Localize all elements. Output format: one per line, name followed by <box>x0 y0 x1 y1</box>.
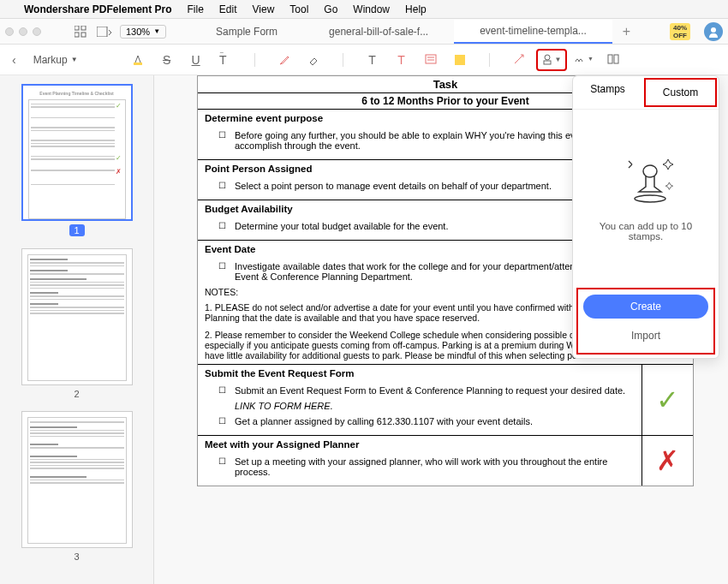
text-box-tool-icon[interactable]: T <box>390 50 414 70</box>
svg-rect-3 <box>81 33 86 37</box>
menu-file[interactable]: File <box>188 3 204 15</box>
svg-rect-7 <box>426 55 436 63</box>
checkbox-icon: ☐ <box>218 130 226 151</box>
stamp-tool-button[interactable]: ▼ <box>536 49 567 71</box>
row-title: Meet with your Assigned Planner <box>205 439 635 450</box>
checkbox-icon: ☐ <box>218 456 226 477</box>
signature-tool-icon[interactable]: ▼ <box>572 49 596 69</box>
menu-tool[interactable]: Tool <box>289 3 308 15</box>
link-text: LINK TO FORM HERE. <box>235 401 333 411</box>
svg-rect-14 <box>608 55 612 63</box>
panel-tab-stamps[interactable]: Stamps <box>573 76 642 109</box>
import-button[interactable]: Import <box>583 324 708 348</box>
svg-point-12 <box>545 55 550 60</box>
text-tool-icon[interactable]: T <box>361 50 385 70</box>
new-tab-button[interactable]: + <box>612 24 641 39</box>
tab-sample-form[interactable]: Sample Form <box>190 21 303 43</box>
thumbnail-sidebar: Event Planning Timeline & Checklist ✓ ✓ … <box>0 75 154 584</box>
row-text: Submit an Event Request Form to Event & … <box>235 385 625 396</box>
window-controls[interactable] <box>5 27 41 36</box>
svg-rect-6 <box>134 63 142 65</box>
back-icon[interactable]: ‹ <box>12 53 16 67</box>
menu-go[interactable]: Go <box>324 3 337 15</box>
callout-tool-icon[interactable] <box>419 50 443 70</box>
svg-rect-13 <box>544 61 551 64</box>
svg-rect-2 <box>75 33 79 37</box>
svg-rect-10 <box>455 55 465 65</box>
menu-view[interactable]: View <box>253 3 275 15</box>
thumbnail-label-3: 3 <box>9 551 145 562</box>
row-text: Set up a meeting with your assigned plan… <box>235 456 635 477</box>
thumbnail-page-1[interactable]: Event Planning Timeline & Checklist ✓ ✓ … <box>21 84 133 221</box>
strikethrough-tool-icon[interactable]: S <box>155 50 179 70</box>
thumbnail-page-3[interactable] <box>21 411 133 548</box>
checkmark-stamp: ✓ <box>641 365 693 435</box>
panel-actions: Create Import <box>576 288 715 355</box>
svg-line-11 <box>515 55 523 63</box>
zoom-selector[interactable]: 130%▼ <box>120 25 166 39</box>
user-avatar[interactable] <box>704 22 723 41</box>
row-text: Determine your total budget available fo… <box>235 221 448 231</box>
view-mode-icon[interactable] <box>96 23 113 40</box>
thumbnail-label-2: 2 <box>9 389 145 399</box>
svg-rect-15 <box>614 55 618 63</box>
stamp-panel: Stamps Custom You can add up to 10 stamp… <box>572 75 719 359</box>
tab-event-timeline[interactable]: event-timeline-templa... <box>454 20 612 44</box>
row-title: Submit the Event Request Form <box>205 368 635 378</box>
panel-tab-custom[interactable]: Custom <box>644 78 717 107</box>
row-text: Get a planner assigned by calling 612.33… <box>235 416 533 426</box>
thumbnail-page-2[interactable] <box>21 248 133 385</box>
svg-rect-0 <box>75 26 79 30</box>
svg-point-5 <box>711 27 716 33</box>
markup-toolbar: ‹ Markup ▼ S U T~ T T ▼ ▼ <box>0 45 728 75</box>
document-tabs: Sample Form general-bill-of-sale-f... ev… <box>173 20 663 44</box>
stamp-illustration-icon <box>620 152 671 204</box>
system-menubar: Wondershare PDFelement Pro File Edit Vie… <box>0 0 728 19</box>
row-text: Select a point person to manage event de… <box>235 181 552 191</box>
underline-tool-icon[interactable]: U <box>184 50 208 70</box>
thumbnail-label-1: 1 <box>69 224 85 236</box>
tab-bill-of-sale[interactable]: general-bill-of-sale-f... <box>303 21 454 43</box>
svg-point-16 <box>643 165 657 177</box>
menu-edit[interactable]: Edit <box>219 3 237 15</box>
checkbox-icon: ☐ <box>218 181 226 191</box>
app-name[interactable]: Wondershare PDFelement Pro <box>24 3 172 15</box>
sticky-note-tool-icon[interactable] <box>448 50 472 70</box>
checkbox-icon: ☐ <box>218 416 226 426</box>
menu-help[interactable]: Help <box>405 3 427 15</box>
markup-dropdown[interactable]: Markup ▼ <box>33 54 78 66</box>
compare-tool-icon[interactable] <box>601 49 625 69</box>
highlight-tool-icon[interactable] <box>126 50 150 70</box>
menu-window[interactable]: Window <box>353 3 390 15</box>
create-button[interactable]: Create <box>583 295 708 319</box>
svg-rect-1 <box>81 26 86 30</box>
eraser-tool-icon[interactable] <box>301 50 325 70</box>
pencil-tool-icon[interactable] <box>272 50 296 70</box>
checkbox-icon: ☐ <box>218 221 226 231</box>
thumbnails-icon[interactable] <box>72 23 89 40</box>
checkbox-icon: ☐ <box>218 261 226 282</box>
promo-badge[interactable]: 40%OFF <box>670 23 690 40</box>
window-toolbar: 130%▼ Sample Form general-bill-of-sale-f… <box>0 19 728 45</box>
panel-help-text: You can add up to 10 stamps. <box>583 221 708 241</box>
svg-rect-4 <box>97 27 107 37</box>
arrow-tool-icon[interactable] <box>507 49 531 69</box>
cross-stamp: ✗ <box>641 436 693 486</box>
squiggly-tool-icon[interactable]: T~ <box>213 50 237 70</box>
checkbox-icon: ☐ <box>218 385 226 396</box>
svg-point-17 <box>635 195 665 202</box>
